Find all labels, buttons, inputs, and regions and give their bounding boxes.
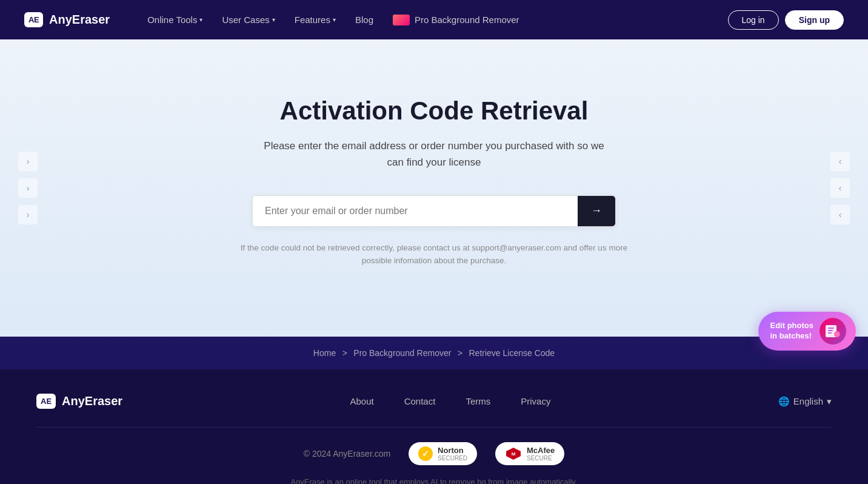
nav-links: Online Tools ▾ User Cases ▾ Features ▾ B… xyxy=(140,10,727,30)
footer-links: About Contact Terms Privacy xyxy=(350,396,550,406)
left-arrow-1: › xyxy=(18,152,38,171)
page-title: Activation Code Retrieval xyxy=(280,96,589,126)
chevron-down-icon: ▾ xyxy=(272,16,275,23)
right-decorations: ‹ ‹ ‹ xyxy=(830,152,850,224)
right-arrow-3: ‹ xyxy=(830,205,850,224)
footer-contact[interactable]: Contact xyxy=(404,396,436,406)
footer-terms[interactable]: Terms xyxy=(466,396,490,406)
footer-privacy[interactable]: Privacy xyxy=(521,396,550,406)
footer-top: AE AnyEraser About Contact Terms Privacy… xyxy=(36,394,832,409)
footer-logo-text: AnyEraser xyxy=(62,394,122,408)
svg-rect-5 xyxy=(828,330,833,331)
search-submit-button[interactable]: → xyxy=(578,196,615,226)
floating-cta-avatar: ↑ xyxy=(820,318,846,345)
support-text: If the code could not be retrieved corre… xyxy=(237,241,631,267)
pro-icon xyxy=(393,15,410,25)
nav-pro-background-remover[interactable]: Pro Background Remover xyxy=(386,10,527,30)
chevron-down-icon: ▾ xyxy=(827,396,832,407)
floating-cta-text: Edit photos in batches! xyxy=(770,321,814,341)
right-arrow-1: ‹ xyxy=(830,152,850,171)
navigation: AE AnyEraser Online Tools ▾ User Cases ▾… xyxy=(0,0,868,39)
left-arrow-2: › xyxy=(18,178,38,198)
norton-badge: ✓ Norton SECURED xyxy=(409,442,477,465)
globe-icon: 🌐 xyxy=(778,396,790,407)
norton-check-icon: ✓ xyxy=(418,446,433,461)
logo-abbr: AE xyxy=(24,12,43,27)
right-arrow-2: ‹ xyxy=(830,178,850,198)
page-subtitle: Please enter the email address or order … xyxy=(264,138,604,170)
norton-text: Norton xyxy=(438,446,467,455)
footer-badges: © 2024 AnyEraser.com ✓ Norton SECURED M … xyxy=(36,442,832,465)
footer: AE AnyEraser About Contact Terms Privacy… xyxy=(0,369,868,484)
email-order-input[interactable] xyxy=(253,196,578,226)
mcafee-badge: M McAfee SECURE xyxy=(495,442,564,465)
footer-language-selector[interactable]: 🌐 English ▾ xyxy=(778,396,832,407)
svg-text:↑: ↑ xyxy=(836,332,838,337)
svg-rect-6 xyxy=(828,332,832,334)
search-form: → xyxy=(252,195,616,227)
left-arrow-3: › xyxy=(18,205,38,224)
nav-features[interactable]: Features ▾ xyxy=(287,10,343,30)
svg-text:M: M xyxy=(512,451,516,457)
nav-auth-buttons: Log in Sign up xyxy=(728,10,844,30)
site-logo[interactable]: AE AnyEraser xyxy=(24,12,110,27)
breadcrumb-pro[interactable]: Pro Background Remover xyxy=(353,348,451,358)
breadcrumb-bar: Home > Pro Background Remover > Retrieve… xyxy=(0,337,868,369)
mcafee-icon: M xyxy=(505,446,522,461)
footer-about[interactable]: About xyxy=(350,396,373,406)
nav-user-cases[interactable]: User Cases ▾ xyxy=(215,10,282,30)
login-button[interactable]: Log in xyxy=(728,10,779,30)
breadcrumb-sep-2: > xyxy=(458,348,462,358)
main-content: › › › ‹ ‹ ‹ Activation Code Retrieval Pl… xyxy=(0,39,868,337)
mcafee-text: McAfee xyxy=(527,446,555,455)
signup-button[interactable]: Sign up xyxy=(785,10,844,30)
chevron-down-icon: ▾ xyxy=(333,16,336,23)
left-decorations: › › › xyxy=(18,152,38,224)
footer-tagline: AnyErase is an online tool that employs … xyxy=(36,477,832,484)
footer-logo-abbr: AE xyxy=(36,394,56,409)
footer-divider xyxy=(36,427,832,428)
floating-cta-button[interactable]: Edit photos in batches! ↑ xyxy=(758,312,856,351)
footer-logo: AE AnyEraser xyxy=(36,394,122,409)
norton-sub: SECURED xyxy=(438,455,467,462)
copyright-text: © 2024 AnyEraser.com xyxy=(304,449,390,459)
logo-text: AnyEraser xyxy=(49,13,110,27)
breadcrumb-current: Retrieve License Code xyxy=(469,348,555,358)
svg-rect-4 xyxy=(828,328,834,329)
chevron-down-icon: ▾ xyxy=(199,16,202,23)
breadcrumb-sep-1: > xyxy=(342,348,347,358)
arrow-right-icon: → xyxy=(591,204,602,217)
nav-blog[interactable]: Blog xyxy=(348,10,381,30)
language-label: English xyxy=(793,396,823,406)
nav-online-tools[interactable]: Online Tools ▾ xyxy=(140,10,210,30)
breadcrumb-home[interactable]: Home xyxy=(313,348,336,358)
mcafee-sub: SECURE xyxy=(527,455,555,462)
